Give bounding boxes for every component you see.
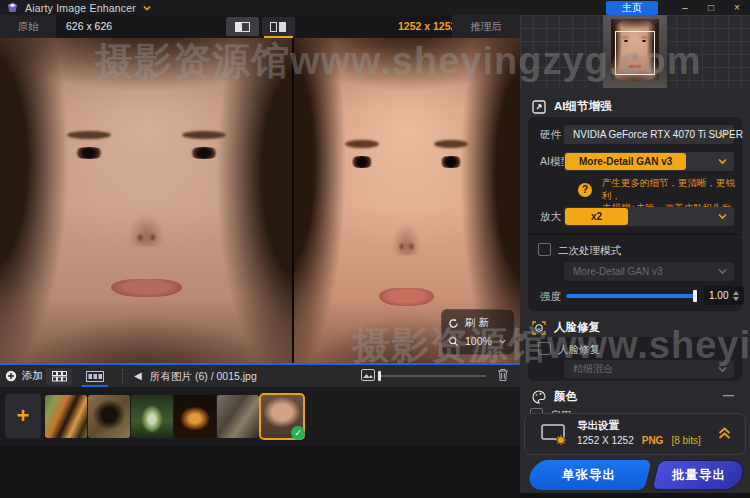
ai-section-title: AI细节增强 [554,99,612,114]
enhance-icon [532,100,546,114]
scale-select[interactable]: x2 [564,207,734,226]
panel-footer [520,493,750,498]
refresh-icon [448,318,459,329]
export-batch-button[interactable]: 批量导出 [651,460,746,490]
ai-section-header: AI细节增强 [532,99,612,114]
color-section-title: 颜色 [554,389,577,404]
split-view-button[interactable] [226,17,259,36]
thumbnail-butterfly[interactable] [88,395,130,438]
face-preview-area[interactable] [520,15,750,88]
export-size: 1252 X 1252 [577,435,634,446]
check-badge: ✓ [291,426,305,440]
home-button[interactable]: 主页 [606,1,658,15]
add-image-tile[interactable]: + [5,394,41,438]
thumbnail-girl-selected[interactable]: ✓ [259,393,305,440]
ai-settings-box: 硬件 NVIDIA GeForce RTX 4070 Ti SUPER AI模型… [528,117,742,311]
thumbnail-robot-dog[interactable] [217,395,259,438]
zoom-level: 100% [465,335,492,347]
export-settings-panel[interactable]: 导出设置 1252 X 1252 PNG [8 bits] [524,413,746,455]
export-single-button[interactable]: 单张导出 [526,460,651,490]
chevron-down-icon [499,338,506,345]
second-pass-checkbox[interactable] [538,243,551,256]
original-image-pane[interactable] [0,38,293,363]
chevron-down-icon [718,158,727,165]
original-portrait-image [0,38,293,363]
original-size-label: 626 x 626 [66,15,112,38]
strength-stepper[interactable] [733,291,739,301]
scale-value: x2 [565,208,628,225]
close-button[interactable]: × [724,0,750,15]
thumbnail-burger[interactable] [174,395,216,438]
thumbnail-terrarium[interactable] [131,395,173,438]
grid-view-icon [52,371,67,382]
tab-result[interactable]: 推理后 [452,15,520,38]
help-icon[interactable]: ? [578,183,592,197]
app-window: Aiarty Image Enhancer 主页 – □ × 原始 626 x … [0,0,750,498]
chevron-down-icon [718,268,727,275]
second-pass-select[interactable]: More-Detail GAN v3 [564,262,734,281]
hardware-select[interactable]: NVIDIA GeForce RTX 4070 Ti SUPER [564,125,734,144]
scale-label: 放大 [540,210,561,224]
add-image-button[interactable]: 添加 [5,365,43,387]
face-model-select[interactable]: 精细混合 [564,360,734,378]
face-settings-box: 人脸修复 精细混合 [528,337,742,381]
filmstrip-view-button[interactable] [82,368,108,385]
view-mode-toggles [226,17,295,36]
maximize-button[interactable]: □ [698,0,724,15]
bottom-toolbar: 添加 ◀ 所有图片 (6) / 0015.jpg [0,365,520,387]
chevron-down-icon [718,366,727,373]
thumbnail-size-slider[interactable] [380,375,486,377]
zoom-control[interactable]: 100% [448,332,508,350]
strength-slider[interactable] [566,294,696,298]
face-restore-icon [532,321,546,335]
back-button[interactable]: ◀ [134,365,142,387]
export-settings-icon [541,424,567,446]
slider-handle[interactable] [378,371,381,381]
collapse-color-button[interactable]: — [723,389,734,401]
add-circle-icon [5,370,17,382]
result-size-label: 1252 x 1252 [398,15,456,38]
export-format: PNG [642,435,664,446]
chevron-down-icon[interactable] [143,4,151,12]
face-restore-label: 人脸修复 [558,343,600,357]
color-section-header: 颜色 [532,389,577,404]
chevron-down-icon [718,213,727,220]
compare-canvas[interactable]: 刷 新 100% [0,38,520,363]
face-detection-box [615,31,655,75]
image-path-label: 所有图片 (6) / 0015.jpg [150,365,257,387]
thumbnail-strip: + ✓ [0,387,520,446]
tab-original[interactable]: 原始 [0,15,56,38]
grid-view-button[interactable] [46,368,72,385]
app-title: Aiarty Image Enhancer [25,2,136,14]
delete-button[interactable] [497,368,509,382]
add-label: 添加 [22,369,43,383]
magnifier-icon [448,336,459,347]
minimize-button[interactable]: – [672,0,698,15]
strength-label: 强度 [540,290,561,304]
second-pass-label: 二次处理模式 [558,244,621,258]
side-by-side-view-button[interactable] [262,17,295,36]
export-settings-title: 导出设置 [577,419,619,433]
chevron-down-icon [718,131,727,138]
thumbnail-tiger[interactable] [45,395,87,438]
ai-model-select[interactable]: More-Detail GAN v3 [564,152,734,171]
palette-icon [532,390,546,404]
strength-value-box[interactable]: 1.00 [704,286,744,305]
canvas-overlay-controls: 刷 新 100% [441,309,515,355]
titlebar: Aiarty Image Enhancer 主页 – □ × [0,0,750,15]
refresh-label: 刷 新 [465,316,489,330]
thumbnail-size-icon [361,369,375,381]
split-view-icon [235,22,250,32]
strength-value: 1.00 [709,290,728,301]
collapse-up-icon[interactable] [718,426,731,440]
face-restore-checkbox[interactable] [538,342,551,355]
strength-slider-handle[interactable] [693,290,697,302]
second-pass-value: More-Detail GAN v3 [564,266,662,277]
export-summary: 1252 X 1252 PNG [8 bits] [577,435,701,446]
face-model-value: 精细混合 [564,362,613,376]
ai-model-value: More-Detail GAN v3 [565,153,686,170]
export-buttons-row: 单张导出 批量导出 [520,459,750,493]
pane-divider [292,38,294,363]
refresh-button[interactable]: 刷 新 [448,314,508,332]
preview-photo [603,15,667,88]
